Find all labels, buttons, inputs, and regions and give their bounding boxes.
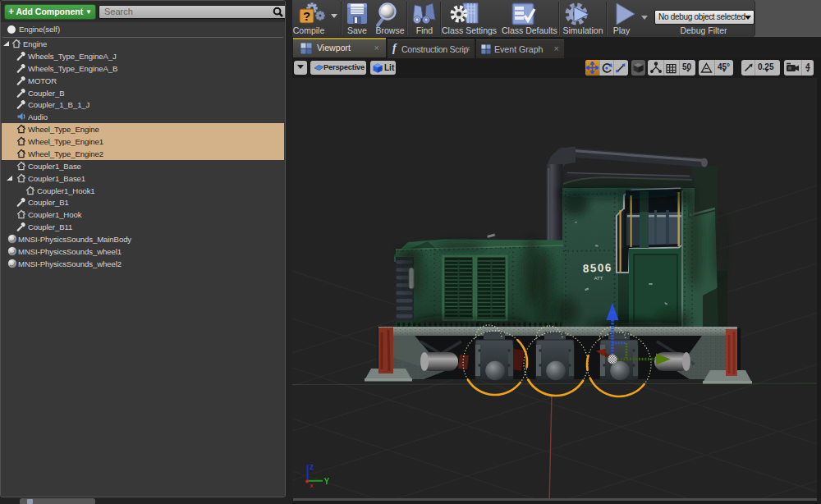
svg-text:?: ? <box>303 9 310 23</box>
svg-text:Y: Y <box>324 477 330 486</box>
svg-text:x: x <box>310 482 314 489</box>
svg-text:z: z <box>310 462 314 471</box>
svg-text:ATT: ATT <box>594 276 603 281</box>
svg-text:8506: 8506 <box>583 261 613 274</box>
